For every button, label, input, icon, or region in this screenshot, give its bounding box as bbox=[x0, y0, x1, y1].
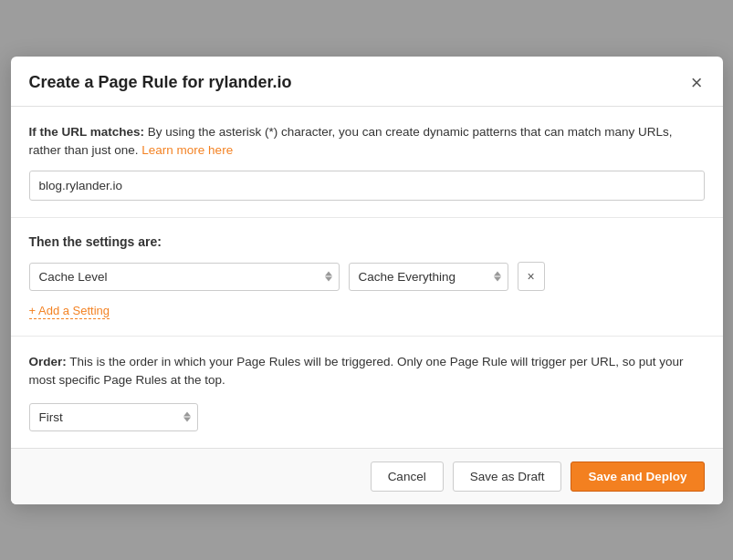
close-button[interactable]: × bbox=[689, 73, 705, 93]
url-section: If the URL matches: By using the asteris… bbox=[11, 107, 723, 219]
settings-row: Cache Level Browser Cache TTL Security L… bbox=[29, 262, 705, 291]
url-description: If the URL matches: By using the asteris… bbox=[29, 123, 705, 161]
setting-value-select[interactable]: Cache Everything Standard Ignore Query S… bbox=[349, 263, 508, 291]
order-select-wrapper: First Last Custom bbox=[29, 403, 198, 431]
order-section: Order: This is the order in which your P… bbox=[11, 337, 723, 448]
setting-type-select[interactable]: Cache Level Browser Cache TTL Security L… bbox=[29, 263, 340, 291]
remove-setting-button[interactable]: × bbox=[518, 262, 545, 291]
order-description: Order: This is the order in which your P… bbox=[29, 353, 705, 390]
settings-section: Then the settings are: Cache Level Brows… bbox=[11, 218, 723, 337]
url-description-bold: If the URL matches: bbox=[29, 125, 145, 139]
modal-footer: Cancel Save as Draft Save and Deploy bbox=[11, 448, 723, 504]
save-draft-button[interactable]: Save as Draft bbox=[453, 461, 562, 492]
modal-overlay: Create a Page Rule for rylander.io × If … bbox=[0, 0, 733, 560]
order-description-text: This is the order in which your Page Rul… bbox=[29, 355, 684, 387]
setting-type-wrapper: Cache Level Browser Cache TTL Security L… bbox=[29, 263, 340, 291]
settings-title: Then the settings are: bbox=[29, 234, 705, 249]
modal-title: Create a Page Rule for rylander.io bbox=[29, 73, 292, 92]
modal-header: Create a Page Rule for rylander.io × bbox=[11, 57, 723, 107]
save-deploy-button[interactable]: Save and Deploy bbox=[571, 461, 704, 492]
modal-dialog: Create a Page Rule for rylander.io × If … bbox=[11, 57, 723, 504]
add-setting-link[interactable]: + Add a Setting bbox=[29, 304, 110, 319]
url-input[interactable] bbox=[29, 171, 705, 201]
modal-body: If the URL matches: By using the asteris… bbox=[11, 107, 723, 448]
cancel-button[interactable]: Cancel bbox=[371, 461, 444, 492]
order-label-bold: Order: bbox=[29, 355, 67, 368]
setting-value-wrapper: Cache Everything Standard Ignore Query S… bbox=[349, 263, 508, 291]
order-select[interactable]: First Last Custom bbox=[29, 403, 198, 431]
learn-more-link[interactable]: Learn more here bbox=[141, 143, 233, 157]
